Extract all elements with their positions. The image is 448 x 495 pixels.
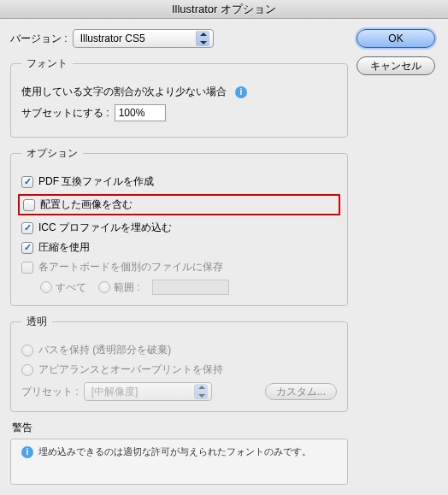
range-input bbox=[152, 280, 229, 295]
path-radio bbox=[21, 345, 33, 357]
options-legend: オプション bbox=[21, 146, 83, 161]
preset-label: プリセット : bbox=[21, 385, 79, 399]
pdf-label: PDF 互換ファイルを作成 bbox=[38, 174, 154, 189]
font-legend: フォント bbox=[21, 56, 73, 71]
preset-value: [中解像度] bbox=[91, 385, 139, 399]
all-radio bbox=[40, 281, 52, 293]
warning-box: i 埋め込みできるのは適切な許可が与えられたフォントのみです。 bbox=[10, 439, 348, 485]
info-icon: i bbox=[21, 446, 33, 458]
font-group: フォント 使用している文字の割合が次より少ない場合 i サブセットにする : bbox=[10, 56, 348, 138]
pdf-checkbox[interactable] bbox=[21, 176, 33, 188]
ok-button[interactable]: OK bbox=[357, 29, 435, 48]
version-select[interactable]: Illustrator CS5 bbox=[73, 29, 214, 48]
placed-images-checkbox[interactable] bbox=[23, 199, 35, 211]
placed-images-row-highlight: 配置した画像を含む bbox=[18, 194, 340, 215]
icc-label: ICC プロファイルを埋め込む bbox=[38, 221, 172, 235]
all-label: すべて bbox=[56, 280, 86, 295]
warning-label: 警告 bbox=[12, 421, 348, 435]
compress-label: 圧縮を使用 bbox=[38, 240, 90, 255]
range-radio bbox=[98, 281, 110, 293]
path-label: パスを保持 (透明部分を破棄) bbox=[38, 343, 171, 357]
subset-label: サブセットにする : bbox=[21, 106, 109, 121]
custom-button: カスタム... bbox=[265, 383, 337, 400]
warning-text: 埋め込みできるのは適切な許可が与えられたフォントのみです。 bbox=[38, 446, 311, 458]
transparency-legend: 透明 bbox=[21, 315, 52, 329]
window-title: Illustrator オプション bbox=[0, 0, 448, 19]
version-label: バージョン : bbox=[10, 32, 68, 46]
icc-checkbox[interactable] bbox=[21, 222, 33, 234]
artboards-checkbox bbox=[21, 262, 33, 274]
info-icon[interactable]: i bbox=[235, 86, 247, 98]
dropdown-arrows-icon bbox=[194, 384, 208, 399]
range-label: 範囲 : bbox=[114, 280, 140, 295]
version-value: Illustrator CS5 bbox=[80, 32, 145, 44]
artboards-label: 各アートボードを個別のファイルに保存 bbox=[38, 260, 223, 274]
placed-images-label: 配置した画像を含む bbox=[40, 197, 133, 212]
appearance-radio bbox=[21, 364, 33, 376]
subset-input[interactable] bbox=[115, 104, 166, 121]
transparency-group: 透明 パスを保持 (透明部分を破棄) アピアランスとオーバープリントを保持 プリ… bbox=[10, 315, 348, 412]
options-group: オプション PDF 互換ファイルを作成 配置した画像を含む ICC プロファイル… bbox=[10, 146, 348, 306]
compress-checkbox[interactable] bbox=[21, 242, 33, 254]
cancel-button[interactable]: キャンセル bbox=[357, 56, 435, 75]
font-desc: 使用している文字の割合が次より少ない場合 bbox=[21, 85, 227, 99]
preset-select: [中解像度] bbox=[84, 382, 212, 401]
dropdown-arrows-icon bbox=[196, 31, 209, 46]
appearance-label: アピアランスとオーバープリントを保持 bbox=[38, 362, 223, 377]
